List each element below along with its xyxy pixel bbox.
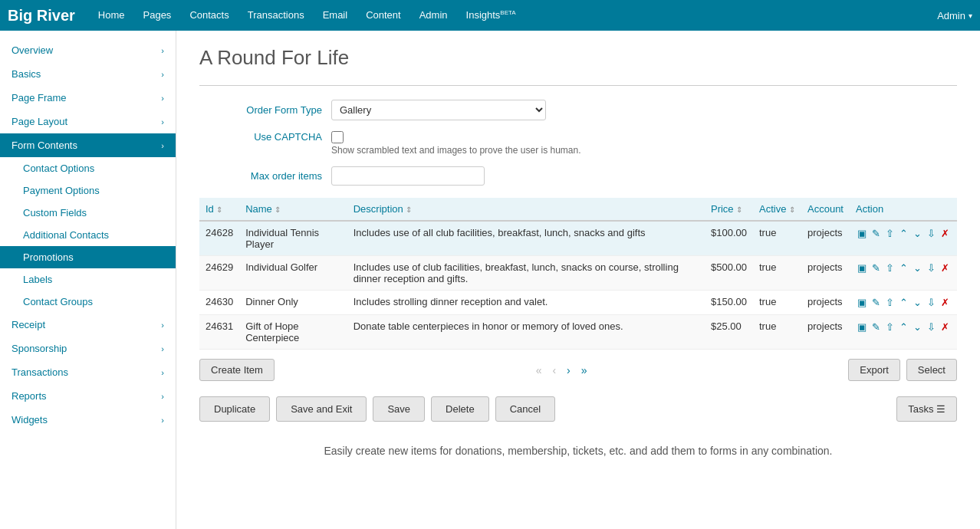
cell-price: $25.00 [705,315,753,350]
move-top-icon[interactable]: ⇧ [884,296,896,309]
nav-transactions[interactable]: Transactions [240,3,312,27]
move-bottom-icon[interactable]: ⇩ [926,296,937,309]
delete-button[interactable]: Delete [431,396,489,422]
brand-logo[interactable]: Big River [8,7,75,25]
move-up-icon[interactable]: ⌃ [898,227,909,240]
bottom-actions: Duplicate Save and Exit Save Delete Canc… [199,396,957,422]
delete-icon[interactable]: ✗ [939,227,951,240]
delete-icon[interactable]: ✗ [939,261,951,274]
admin-dropdown[interactable]: Admin ▾ [937,10,972,21]
sidebar-item-receipt[interactable]: Receipt › [0,313,176,337]
edit-icon[interactable]: ✎ [870,261,882,274]
sidebar-item-reports[interactable]: Reports › [0,384,176,408]
sidebar-item-basics[interactable]: Basics › [0,62,176,86]
col-active[interactable]: Active ⇕ [753,198,801,221]
page-next[interactable]: › [564,363,574,378]
col-name[interactable]: Name ⇕ [239,198,347,221]
admin-label: Admin [937,10,965,21]
delete-icon[interactable]: ✗ [939,296,951,309]
move-top-icon[interactable]: ⇧ [884,320,896,334]
copy-icon[interactable]: ▣ [856,261,868,274]
sidebar-sub-item-contact-options[interactable]: Contact Options [0,157,176,179]
nav-admin[interactable]: Admin [412,3,455,27]
sidebar-label-receipt: Receipt [12,319,45,330]
sidebar-item-overview[interactable]: Overview › [0,38,176,62]
move-up-icon[interactable]: ⌃ [898,320,909,334]
cell-active: true [753,221,801,256]
move-down-icon[interactable]: ⌄ [912,320,923,334]
nav-email[interactable]: Email [315,3,356,27]
copy-icon[interactable]: ▣ [856,296,868,309]
sidebar-label-form-contents: Form Contents [12,140,77,151]
sort-arrows-id: ⇕ [216,205,222,214]
page-prev[interactable]: ‹ [549,363,559,378]
nav-insights[interactable]: InsightsBETA [459,3,524,27]
copy-icon[interactable]: ▣ [856,227,868,240]
use-captcha-checkbox[interactable] [331,131,344,143]
sidebar-label-page-layout: Page Layout [12,116,67,127]
tasks-button[interactable]: Tasks ☰ [896,396,957,422]
sort-arrows-price: ⇕ [736,205,742,214]
sidebar-sub-item-promotions[interactable]: Promotions [0,246,176,268]
max-order-items-label: Max order items [199,170,322,182]
sidebar-sub-item-additional-contacts[interactable]: Additional Contacts [0,224,176,246]
save-button[interactable]: Save [373,396,425,422]
cancel-button[interactable]: Cancel [495,396,555,422]
move-bottom-icon[interactable]: ⇩ [926,227,937,240]
sidebar-sub-item-custom-fields[interactable]: Custom Fields [0,202,176,224]
page-first[interactable]: « [533,363,545,378]
export-select-buttons: Export Select [848,359,957,381]
save-and-exit-button[interactable]: Save and Exit [276,396,367,422]
cell-account: projects [801,315,850,350]
col-account: Account [801,198,850,221]
sort-arrows-active: ⇕ [789,205,795,214]
create-item-button[interactable]: Create Item [199,359,275,381]
cell-account: projects [801,221,850,256]
nav-pages[interactable]: Pages [136,3,179,27]
page-last[interactable]: » [578,363,590,378]
sidebar-item-form-contents[interactable]: Form Contents › [0,133,176,157]
chevron-right-icon: › [161,94,164,103]
nav-home[interactable]: Home [90,3,133,27]
move-down-icon[interactable]: ⌄ [912,296,923,309]
move-up-icon[interactable]: ⌃ [898,296,909,309]
move-top-icon[interactable]: ⇧ [884,261,896,274]
sidebar-label-reports: Reports [12,390,47,402]
col-description[interactable]: Description ⇕ [347,198,705,221]
edit-icon[interactable]: ✎ [870,320,882,334]
cell-active: true [753,315,801,350]
sidebar-sub-item-labels[interactable]: Labels [0,268,176,291]
move-down-icon[interactable]: ⌄ [912,227,923,240]
move-bottom-icon[interactable]: ⇩ [926,261,937,274]
order-form-type-select[interactable]: Gallery Standard Minimal [331,100,546,120]
sidebar-item-page-frame[interactable]: Page Frame › [0,86,176,110]
move-top-icon[interactable]: ⇧ [884,227,896,240]
select-button[interactable]: Select [906,359,957,381]
nav-contacts[interactable]: Contacts [182,3,236,27]
cell-description: Donate table centerpieces in honor or me… [347,315,705,350]
sidebar-sub-item-contact-groups[interactable]: Contact Groups [0,291,176,313]
col-price[interactable]: Price ⇕ [705,198,753,221]
sidebar-item-transactions[interactable]: Transactions › [0,360,176,384]
sidebar-sub-item-payment-options[interactable]: Payment Options [0,179,176,202]
sidebar-item-widgets[interactable]: Widgets › [0,408,176,432]
col-id[interactable]: Id ⇕ [199,198,239,221]
beta-badge: BETA [500,9,515,16]
delete-icon[interactable]: ✗ [939,320,951,334]
edit-icon[interactable]: ✎ [870,296,882,309]
export-button[interactable]: Export [848,359,900,381]
move-up-icon[interactable]: ⌃ [898,261,909,274]
copy-icon[interactable]: ▣ [856,320,868,334]
move-down-icon[interactable]: ⌄ [912,261,923,274]
sidebar-item-sponsorship[interactable]: Sponsorship › [0,337,176,360]
nav-content[interactable]: Content [358,3,409,27]
cell-action: ▣ ✎ ⇧ ⌃ ⌄ ⇩ ✗ [850,315,957,350]
nav-items: Home Pages Contacts Transactions Email C… [90,3,937,27]
duplicate-button[interactable]: Duplicate [199,396,270,422]
page-layout: Overview › Basics › Page Frame › Page La… [0,31,980,529]
cell-name: Gift of Hope Centerpiece [239,315,347,350]
edit-icon[interactable]: ✎ [870,227,882,240]
max-order-items-input[interactable] [331,166,485,186]
sidebar-item-page-layout[interactable]: Page Layout › [0,110,176,133]
move-bottom-icon[interactable]: ⇩ [926,320,937,334]
